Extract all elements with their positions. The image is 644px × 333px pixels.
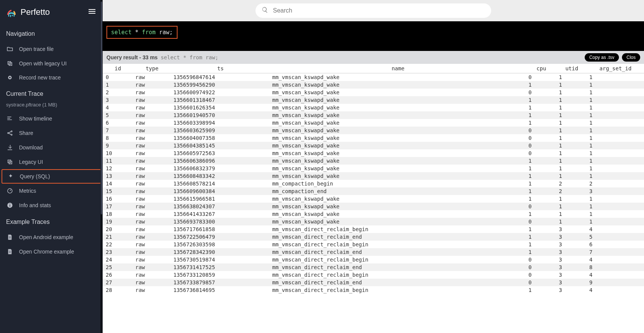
table-row[interactable]: 24raw1356730519874mm_vmscan_direct_recla… (103, 256, 644, 263)
table-cell: 9 (103, 142, 133, 149)
result-echo-query: select * from raw; (161, 54, 219, 60)
table-row[interactable]: 17raw1356638024307mm_vmscan_kswapd_wake0… (103, 203, 644, 210)
table-row[interactable]: 13raw1356608483342mm_vmscan_kswapd_wake1… (103, 172, 644, 180)
column-header-ts[interactable]: ts (171, 64, 270, 73)
table-row[interactable]: 22raw1356726303598mm_vmscan_direct_recla… (103, 241, 644, 248)
table-row[interactable]: 15raw1356609600384mm_compaction_end123 (103, 187, 644, 195)
sidebar-item-open-legacy-ui[interactable]: Open with legacy UI (0, 56, 103, 71)
table-row[interactable]: 1raw1356599456290mm_vmscan_kswapd_wake11… (103, 81, 644, 89)
table-row[interactable]: 10raw1356605972563mm_vmscan_kswapd_wake0… (103, 149, 644, 157)
table-cell: 1 (587, 165, 644, 172)
table-row[interactable]: 27raw1356733879857mm_vmscan_direct_recla… (103, 279, 644, 286)
table-row[interactable]: 6raw1356603398994mm_vmscan_kswapd_wake11… (103, 119, 644, 127)
sidebar-item-open-android-example[interactable]: Open Android example (0, 230, 103, 244)
table-cell: 1 (587, 81, 644, 89)
table-row[interactable]: 4raw1356601626354mm_vmscan_kswapd_wake11… (103, 104, 644, 111)
table-cell: 1 (526, 241, 557, 248)
table-cell: 1 (587, 134, 644, 142)
column-header-id[interactable]: id (103, 64, 133, 73)
sidebar-item-label: Open trace file (19, 46, 54, 52)
table-cell: 3 (557, 286, 587, 294)
table-row[interactable]: 23raw1356728342390mm_vmscan_direct_recla… (103, 248, 644, 256)
copy-icon (6, 60, 14, 67)
table-cell: 1 (587, 89, 644, 96)
table-cell: 1 (557, 89, 587, 96)
table-cell: mm_vmscan_kswapd_wake (270, 149, 526, 157)
table-cell: mm_vmscan_kswapd_wake (270, 195, 526, 203)
sidebar-scrollbar-thumb[interactable] (101, 2, 102, 214)
table-row[interactable]: 7raw1356603625909mm_vmscan_kswapd_wake01… (103, 127, 644, 134)
table-row[interactable]: 21raw1356722506479mm_vmscan_direct_recla… (103, 233, 644, 241)
table-row[interactable]: 20raw1356717661858mm_vmscan_direct_recla… (103, 225, 644, 233)
table-cell: 1 (557, 210, 587, 218)
table-row[interactable]: 14raw1356608578214mm_compaction_begin122 (103, 180, 644, 187)
table-row[interactable]: 8raw1356604007358mm_vmscan_kswapd_wake01… (103, 134, 644, 142)
table-row[interactable]: 28raw1356736814695mm_vmscan_direct_recla… (103, 286, 644, 294)
search-input[interactable] (273, 7, 485, 14)
table-cell: mm_vmscan_kswapd_wake (270, 203, 526, 210)
table-row[interactable]: 9raw1356604385145mm_vmscan_kswapd_wake01… (103, 142, 644, 149)
table-cell: 1 (587, 73, 644, 81)
table-row[interactable]: 5raw1356601940570mm_vmscan_kswapd_wake11… (103, 111, 644, 119)
table-cell: raw (133, 127, 171, 134)
sidebar-item-info-stats[interactable]: Info and stats (0, 198, 103, 212)
table-cell: 0 (526, 134, 557, 142)
table-row[interactable]: 12raw1356606832379mm_vmscan_kswapd_wake1… (103, 165, 644, 172)
sidebar-item-record-new-trace[interactable]: Record new trace (0, 71, 103, 84)
table-row[interactable]: 0raw1356596847614mm_vmscan_kswapd_wake01… (103, 73, 644, 81)
menu-toggle-button[interactable] (87, 7, 97, 17)
sidebar-item-open-chrome-example[interactable]: Open Chrome example (0, 244, 103, 259)
sidebar-item-download[interactable]: Download (0, 140, 103, 155)
table-cell: mm_vmscan_kswapd_wake (270, 73, 526, 81)
table-cell: mm_vmscan_kswapd_wake (270, 172, 526, 180)
sidebar-scrollbar[interactable] (100, 0, 103, 333)
table-cell: 1 (526, 111, 557, 119)
svg-rect-22 (9, 238, 11, 238)
column-header-cpu[interactable]: cpu (526, 64, 557, 73)
table-row[interactable]: 18raw1356641433267mm_vmscan_kswapd_wake1… (103, 210, 644, 218)
column-header-arg_set_id[interactable]: arg_set_id (587, 64, 644, 73)
table-cell: 1 (557, 165, 587, 172)
results-table: idtypetsnamecpuutidarg_set_id 0raw135659… (103, 64, 644, 294)
table-cell: 4 (587, 286, 644, 294)
table-cell: 1 (526, 165, 557, 172)
table-cell: 27 (103, 279, 133, 286)
svg-rect-3 (14, 15, 14, 17)
column-header-utid[interactable]: utid (557, 64, 587, 73)
sidebar-item-query-sql[interactable]: Query (SQL) (2, 169, 101, 184)
copy-tsv-button[interactable]: Copy as .tsv (585, 53, 619, 62)
table-cell: raw (133, 172, 171, 180)
table-cell: 1356608578214 (171, 180, 270, 187)
column-header-name[interactable]: name (270, 64, 526, 73)
table-cell: 4 (587, 225, 644, 233)
table-row[interactable]: 16raw1356615966581mm_vmscan_kswapd_wake1… (103, 195, 644, 203)
table-cell: mm_vmscan_kswapd_wake (270, 157, 526, 165)
sidebar-item-share[interactable]: Share (0, 126, 103, 140)
sql-editor[interactable]: select * from raw; (103, 21, 644, 51)
table-row[interactable]: 2raw1356600974922mm_vmscan_kswapd_wake01… (103, 89, 644, 96)
search-wrap[interactable] (255, 3, 491, 18)
table-row[interactable]: 19raw1356693783300mm_vmscan_kswapd_wake0… (103, 218, 644, 225)
sidebar-item-open-trace-file[interactable]: Open trace file (0, 42, 103, 56)
table-row[interactable]: 25raw1356731417525mm_vmscan_direct_recla… (103, 263, 644, 271)
table-cell: 1 (526, 210, 557, 218)
table-cell: raw (133, 263, 171, 271)
results-table-wrap[interactable]: idtypetsnamecpuutidarg_set_id 0raw135659… (103, 64, 644, 333)
logo[interactable]: Perfetto (6, 7, 50, 17)
sidebar-item-legacy-ui[interactable]: Legacy UI (0, 155, 103, 169)
svg-rect-24 (9, 252, 11, 252)
table-row[interactable]: 3raw1356601318467mm_vmscan_kswapd_wake11… (103, 96, 644, 104)
sidebar-item-label: Download (19, 144, 43, 151)
table-cell: 1356733879857 (171, 279, 270, 286)
table-cell: 1 (587, 157, 644, 165)
column-header-type[interactable]: type (133, 64, 171, 73)
table-cell: 12 (103, 165, 133, 172)
table-cell: 1356731417525 (171, 263, 270, 271)
folder-icon (6, 46, 14, 52)
close-button[interactable]: Clos (622, 53, 640, 62)
sidebar-item-metrics[interactable]: Metrics (0, 184, 103, 198)
table-row[interactable]: 26raw1356733120859mm_vmscan_direct_recla… (103, 271, 644, 279)
table-row[interactable]: 11raw1356606386096mm_vmscan_kswapd_wake1… (103, 157, 644, 165)
sidebar-item-show-timeline[interactable]: Show timeline (0, 111, 103, 126)
table-cell: 1 (526, 286, 557, 294)
